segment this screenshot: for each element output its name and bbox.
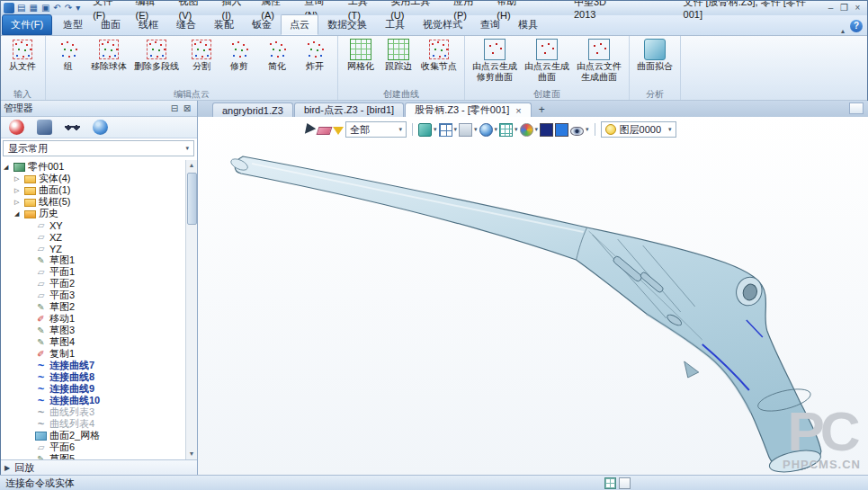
btn-trimmed-surface-from-cloud[interactable]: 由点云生成 修剪曲面 xyxy=(470,38,520,83)
tree-item-plane6[interactable]: 平面6 xyxy=(2,441,184,453)
dropdown-icon[interactable]: ▾ xyxy=(515,126,518,133)
btn-trim[interactable]: 修剪 xyxy=(221,38,257,73)
btn-explode[interactable]: 炸开 xyxy=(297,38,333,73)
display-filter-dropdown[interactable]: 显示常用 ▾ xyxy=(3,140,194,156)
new-icon[interactable]: ▤ xyxy=(15,1,27,14)
grid-display-icon[interactable] xyxy=(499,123,513,137)
tree-item-plane2[interactable]: 平面2 xyxy=(2,278,184,290)
face-color-swatch[interactable] xyxy=(555,123,568,137)
femoral-stem-model[interactable] xyxy=(198,117,868,475)
eraser-icon[interactable] xyxy=(317,127,333,135)
btn-simplify[interactable]: 简化 xyxy=(259,38,295,73)
tree-item-xy[interactable]: XY xyxy=(2,219,184,231)
qat-dropdown-icon[interactable]: ▾ xyxy=(74,1,82,14)
wireframe-display-icon[interactable] xyxy=(439,123,452,137)
visual-manager-icon[interactable] xyxy=(65,120,80,135)
btn-from-file[interactable]: 从文件 xyxy=(4,38,40,73)
ribbon-tab-mold[interactable]: 模具 xyxy=(509,14,547,35)
tree-item-surfaces[interactable]: ▷ 曲面(1) xyxy=(2,184,184,196)
scroll-down-icon[interactable]: ▼ xyxy=(189,449,195,459)
tree-item-solids[interactable]: ▷ 实体(4) xyxy=(2,173,184,184)
save-icon[interactable]: ▣ xyxy=(40,1,51,14)
doc-tab-femoral-stem[interactable]: 股骨柄.Z3 - [零件001] × xyxy=(405,102,532,117)
shaded-display-icon[interactable] xyxy=(418,123,432,137)
minimize-button[interactable]: – xyxy=(824,1,837,14)
expand-closed-icon[interactable]: ▷ xyxy=(14,184,24,196)
tree-item-wireframe[interactable]: ▷ 线框(5) xyxy=(2,196,184,208)
ribbon-tab-surface[interactable]: 曲面 xyxy=(92,14,130,35)
btn-meshing[interactable]: 网格化 xyxy=(343,38,379,73)
scroll-up-icon[interactable]: ▲ xyxy=(189,160,195,171)
ribbon-tab-sew[interactable]: 缝合 xyxy=(167,14,205,35)
expand-open-icon[interactable]: ◢ xyxy=(14,208,24,219)
ribbon-tab-visualstyle[interactable]: 视觉样式 xyxy=(414,14,471,35)
app-logo-icon[interactable] xyxy=(4,3,14,13)
tree-item-sketch3[interactable]: 草图3 xyxy=(2,325,184,336)
ribbon-tab-wireframe[interactable]: 线框 xyxy=(130,14,167,35)
role-manager-icon[interactable] xyxy=(37,120,52,135)
dropdown-icon[interactable]: ▾ xyxy=(495,126,498,133)
btn-group[interactable]: 组 xyxy=(50,38,86,73)
ribbon-tab-inquire[interactable]: 查询 xyxy=(471,14,509,35)
redo-icon[interactable]: ↷ xyxy=(63,1,74,14)
btn-surface-fit[interactable]: 曲面拟合 xyxy=(634,38,676,73)
ribbon-collapse-icon[interactable]: ▴ xyxy=(837,27,848,35)
grid-toggle-icon[interactable] xyxy=(604,477,616,489)
restore-button[interactable]: ❐ xyxy=(837,1,851,14)
expand-closed-icon[interactable]: ▷ xyxy=(14,196,24,208)
tree-item-plane3[interactable]: 平面3 xyxy=(2,290,184,301)
entity-filter-dropdown[interactable]: 全部 ▾ xyxy=(345,121,407,138)
tree-item-sketch2[interactable]: 草图2 xyxy=(2,301,184,313)
ribbon-tab-shape[interactable]: 造型 xyxy=(54,14,92,35)
help-icon[interactable]: ? xyxy=(850,20,863,32)
ribbon-tab-dataexchange[interactable]: 数据交换 xyxy=(318,14,376,35)
open-icon[interactable]: ▦ xyxy=(27,1,39,14)
panel-pin-icon[interactable]: ⊟ xyxy=(168,103,181,113)
replay-bar[interactable]: ▶ 回放 xyxy=(0,459,197,475)
edge-color-swatch[interactable] xyxy=(540,123,553,137)
btn-remove-sphere[interactable]: 移除球体 xyxy=(88,38,130,73)
ribbon-tab-tools[interactable]: 工具 xyxy=(376,14,414,35)
tree-item-history[interactable]: ◢ 历史 xyxy=(2,208,184,219)
btn-collect-nodes[interactable]: 收集节点 xyxy=(418,38,460,73)
tree-item-part001[interactable]: ◢ 零件001 xyxy=(2,161,184,173)
tree-item-sketch5[interactable]: 草图5 xyxy=(2,453,184,459)
ribbon-tab-file[interactable]: 文件(F) xyxy=(2,14,52,35)
visibility-icon[interactable] xyxy=(570,127,584,136)
dropdown-icon[interactable]: ▾ xyxy=(454,126,458,133)
close-button[interactable]: × xyxy=(851,1,864,14)
btn-delete-polyline[interactable]: 删除多段线 xyxy=(131,38,182,73)
tab-list-icon[interactable] xyxy=(849,102,864,114)
pick-arrow-icon[interactable] xyxy=(305,123,317,136)
dropdown-icon[interactable]: ▾ xyxy=(535,126,539,133)
tree-item-sketch4[interactable]: 草图4 xyxy=(2,336,184,348)
ribbon-tab-pointcloud[interactable]: 点云 xyxy=(281,14,318,35)
tree-item-xz[interactable]: XZ xyxy=(2,231,184,243)
tree-item-plane1[interactable]: 平面1 xyxy=(2,266,184,278)
filter-icon[interactable] xyxy=(333,127,344,135)
tree-item-move1[interactable]: 移动1 xyxy=(2,313,184,325)
appearance-icon[interactable] xyxy=(520,123,533,137)
tree-scrollbar[interactable]: ▲ ▼ xyxy=(185,160,197,459)
tree-item-sketch1[interactable]: 草图1 xyxy=(2,254,184,266)
ribbon-tab-assembly[interactable]: 装配 xyxy=(205,14,243,35)
dropdown-icon[interactable]: ▾ xyxy=(434,126,437,133)
hidden-line-display-icon[interactable] xyxy=(459,123,472,137)
dropdown-icon[interactable]: ▾ xyxy=(474,126,478,133)
doc-tab-bird[interactable]: bird-点云.Z3 - [bird1] xyxy=(294,102,404,117)
layer-dropdown[interactable]: 图层0000 ▾ xyxy=(601,121,676,138)
history-manager-icon[interactable] xyxy=(9,120,24,135)
dropdown-icon[interactable]: ▾ xyxy=(586,126,589,133)
panel-close-icon[interactable]: ⊠ xyxy=(181,103,193,113)
new-tab-button[interactable]: + xyxy=(532,103,551,117)
btn-surface-from-cloud-file[interactable]: 由点云文件 生成曲面 xyxy=(574,38,624,83)
view-manager-icon[interactable] xyxy=(93,120,108,135)
expand-open-icon[interactable]: ◢ xyxy=(4,161,13,173)
btn-split[interactable]: 分割 xyxy=(183,38,219,73)
btn-trace-edge[interactable]: 跟踪边 xyxy=(380,38,416,73)
notes-toggle-icon[interactable] xyxy=(619,477,631,489)
tree-item-yz[interactable]: YZ xyxy=(2,243,184,254)
tree-item-surface2-mesh[interactable]: 曲面2_网格 xyxy=(2,430,184,441)
ribbon-tab-sheetmetal[interactable]: 钣金 xyxy=(243,14,281,35)
scrollbar-thumb[interactable] xyxy=(187,173,197,225)
